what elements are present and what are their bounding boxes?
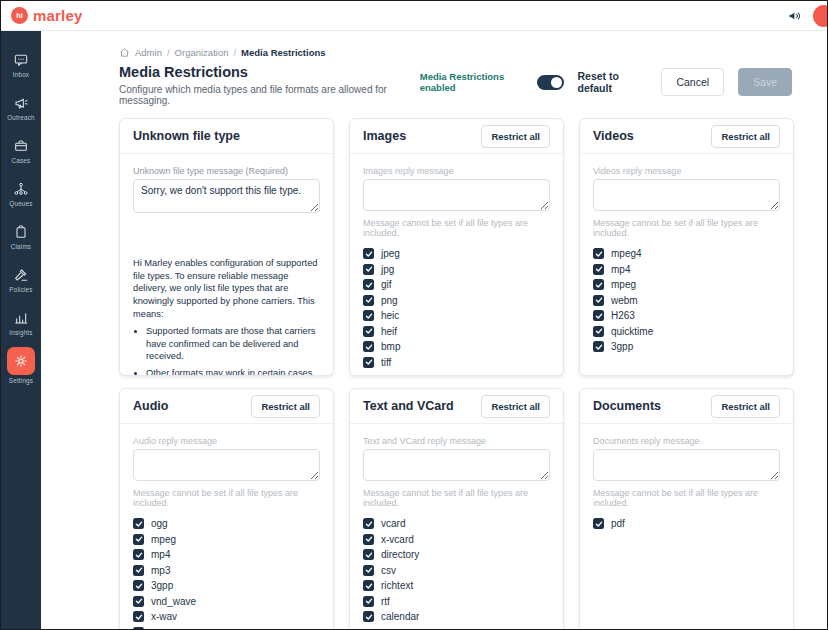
checkbox-checked[interactable] bbox=[133, 549, 144, 560]
checkbox-checked[interactable] bbox=[593, 279, 604, 290]
checkbox-checked[interactable] bbox=[363, 565, 374, 576]
checkbox-checked[interactable] bbox=[363, 534, 374, 545]
sidebar-item-queues[interactable]: Queues bbox=[1, 172, 41, 215]
checkbox-checked[interactable] bbox=[133, 627, 144, 630]
cards-grid: Unknown file type Unknown file type mess… bbox=[119, 118, 792, 630]
file-type-row: vnd_wave bbox=[133, 596, 320, 607]
gear-icon bbox=[7, 347, 35, 375]
brand-name: marley bbox=[33, 7, 83, 24]
restrict-all-button-images[interactable]: Restrict all bbox=[481, 125, 550, 148]
checkbox-checked[interactable] bbox=[363, 611, 374, 622]
checkbox-checked[interactable] bbox=[133, 611, 144, 622]
images-message-input[interactable] bbox=[363, 179, 550, 211]
checkbox-checked[interactable] bbox=[593, 295, 604, 306]
checkbox-checked[interactable] bbox=[593, 326, 604, 337]
sidebar-item-policies[interactable]: Policies bbox=[1, 258, 41, 301]
text-vcard-message-input[interactable] bbox=[363, 449, 550, 481]
volume-icon[interactable] bbox=[787, 8, 803, 24]
file-type-label: tiff bbox=[381, 357, 391, 368]
file-type-row: richtext bbox=[363, 580, 550, 591]
documents-message-input[interactable] bbox=[593, 449, 780, 481]
videos-message-label: Videos reply message bbox=[593, 166, 780, 176]
sidebar-item-label: Claims bbox=[11, 243, 31, 250]
checkbox-checked[interactable] bbox=[363, 326, 374, 337]
checkbox-checked[interactable] bbox=[133, 518, 144, 529]
file-type-label: amr bbox=[151, 627, 168, 630]
sidebar-item-cases[interactable]: Cases bbox=[1, 129, 41, 172]
file-type-row: 3gpp bbox=[593, 341, 780, 352]
save-button[interactable]: Save bbox=[738, 68, 792, 96]
checkbox-checked[interactable] bbox=[363, 580, 374, 591]
gavel-icon bbox=[13, 267, 30, 284]
restrict-all-button-audio[interactable]: Restrict all bbox=[251, 395, 320, 418]
bullet-item: Supported formats are those that carrier… bbox=[146, 325, 320, 363]
breadcrumb-admin[interactable]: Admin bbox=[135, 47, 162, 58]
audio-message-input[interactable] bbox=[133, 449, 320, 481]
sidebar-item-insights[interactable]: Insights bbox=[1, 301, 41, 344]
sidebar-item-outreach[interactable]: Outreach bbox=[1, 86, 41, 129]
checkbox-checked[interactable] bbox=[363, 248, 374, 259]
checkbox-checked[interactable] bbox=[363, 279, 374, 290]
sidebar-item-claims[interactable]: Claims bbox=[1, 215, 41, 258]
file-type-label: mp4 bbox=[611, 264, 630, 275]
file-type-row: H263 bbox=[593, 310, 780, 321]
unknown-description: Hi Marley enables configuration of suppo… bbox=[133, 257, 320, 320]
videos-message-input[interactable] bbox=[593, 179, 780, 211]
sidebar-item-inbox[interactable]: Inbox bbox=[1, 43, 41, 86]
sidebar: InboxOutreachCasesQueuesClaimsPoliciesIn… bbox=[1, 31, 41, 629]
checkbox-checked[interactable] bbox=[363, 596, 374, 607]
card-text-and-vcard: Text and VCard Restrict all Text and VCa… bbox=[349, 388, 564, 630]
checkbox-checked[interactable] bbox=[363, 518, 374, 529]
restrict-all-button-text-vcard[interactable]: Restrict all bbox=[481, 395, 550, 418]
media-restrictions-toggle-label: Media Restrictions enabled bbox=[420, 71, 529, 93]
images-message-label: Images reply message bbox=[363, 166, 550, 176]
file-type-row: mp4 bbox=[133, 549, 320, 560]
file-type-label: directory bbox=[381, 549, 419, 560]
helper-text: Message cannot be set if all file types … bbox=[593, 488, 780, 508]
checkbox-checked[interactable] bbox=[593, 341, 604, 352]
media-restrictions-toggle[interactable] bbox=[537, 75, 564, 90]
file-type-label: quicktime bbox=[611, 326, 653, 337]
file-type-row: gif bbox=[363, 279, 550, 290]
checkbox-checked[interactable] bbox=[593, 310, 604, 321]
checkbox-checked[interactable] bbox=[363, 549, 374, 560]
checkbox-checked[interactable] bbox=[593, 518, 604, 529]
file-type-row: calendar bbox=[363, 611, 550, 622]
checkbox-checked[interactable] bbox=[593, 248, 604, 259]
hi-badge-icon: hi bbox=[11, 7, 28, 24]
checkbox-checked[interactable] bbox=[363, 357, 374, 368]
file-type-row: x-vcard bbox=[363, 534, 550, 545]
sidebar-item-settings[interactable]: Settings bbox=[1, 344, 41, 387]
file-type-label: jpeg bbox=[381, 248, 400, 259]
hi-marley-logo[interactable]: hi marley bbox=[11, 7, 83, 24]
checkbox-checked[interactable] bbox=[133, 580, 144, 591]
unknown-message-input[interactable]: Sorry, we don't support this file type. bbox=[133, 179, 320, 213]
breadcrumb-organization[interactable]: Organization bbox=[175, 47, 229, 58]
file-type-label: vnd_wave bbox=[151, 596, 196, 607]
checkbox-checked[interactable] bbox=[363, 295, 374, 306]
file-type-label: x-vcard bbox=[381, 534, 414, 545]
file-type-row: pdf bbox=[593, 518, 780, 529]
reset-to-default-button[interactable]: Reset to default bbox=[578, 70, 648, 94]
file-type-label: mpeg bbox=[611, 279, 636, 290]
sidebar-item-label: Outreach bbox=[7, 114, 35, 121]
file-type-row: tiff bbox=[363, 357, 550, 368]
restrict-all-button-videos[interactable]: Restrict all bbox=[711, 125, 780, 148]
home-icon[interactable] bbox=[119, 47, 130, 58]
checkbox-checked[interactable] bbox=[593, 264, 604, 275]
checkbox-checked[interactable] bbox=[133, 596, 144, 607]
cancel-button[interactable]: Cancel bbox=[661, 68, 724, 96]
checkbox-checked[interactable] bbox=[363, 310, 374, 321]
restrict-all-button-documents[interactable]: Restrict all bbox=[711, 395, 780, 418]
file-type-row: mpeg4 bbox=[593, 248, 780, 259]
user-avatar[interactable] bbox=[813, 5, 828, 27]
checkbox-checked[interactable] bbox=[363, 264, 374, 275]
file-type-label: heif bbox=[381, 326, 397, 337]
checkbox-checked[interactable] bbox=[363, 341, 374, 352]
checkbox-checked[interactable] bbox=[133, 534, 144, 545]
bar-chart-icon bbox=[13, 310, 30, 327]
breadcrumb: Admin / Organization / Media Restriction… bbox=[119, 47, 792, 58]
checkbox-checked[interactable] bbox=[133, 565, 144, 576]
card-title: Images bbox=[363, 129, 406, 143]
file-type-label: richtext bbox=[381, 580, 413, 591]
